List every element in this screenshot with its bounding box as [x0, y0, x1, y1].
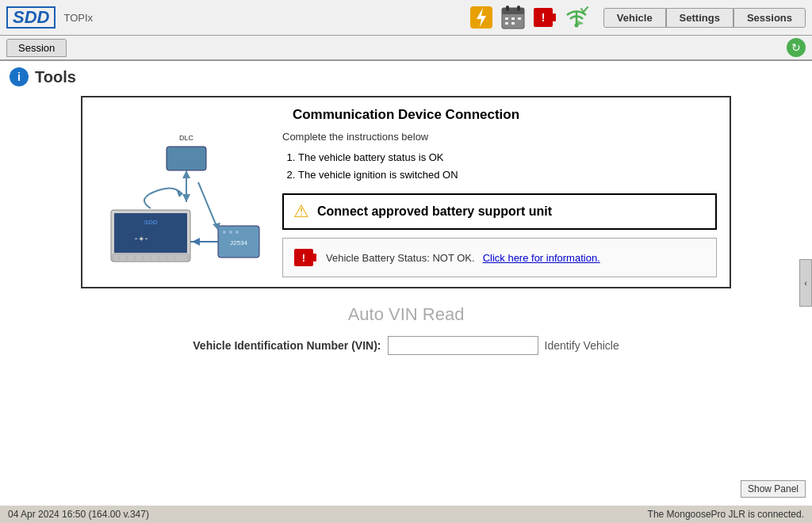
battery-alert-icon[interactable]: !	[530, 3, 559, 32]
header-icons: !	[467, 3, 591, 32]
svg-marker-32	[182, 194, 190, 202]
topix-label: TOPIx	[63, 12, 93, 24]
instruction-1: The vehicle battery status is OK	[298, 149, 717, 166]
svg-point-37	[236, 231, 239, 234]
device-connection-title: Communication Device Connection	[95, 107, 717, 123]
svg-rect-3	[502, 8, 524, 14]
svg-text:DLC: DLC	[179, 134, 194, 142]
svg-text:!: !	[541, 11, 545, 24]
svg-text:SDD: SDD	[144, 219, 158, 226]
vin-input[interactable]	[388, 336, 538, 355]
header: SDD TOPIx	[0, 0, 812, 36]
lightning-icon[interactable]	[467, 3, 496, 32]
refresh-icon[interactable]: ↻	[787, 38, 806, 57]
device-instructions: Complete the instructions below The vehi…	[282, 131, 717, 277]
status-left: 04 Apr 2024 16:50 (164.00 v.347)	[8, 509, 149, 520]
svg-rect-28	[167, 147, 206, 170]
svg-rect-10	[511, 22, 515, 25]
instruction-2: The vehicle ignition is switched ON	[298, 166, 717, 184]
svg-text:J2534: J2534	[230, 239, 247, 246]
battery-warning: ⚠ Connect approved battery support unit	[282, 193, 717, 230]
svg-rect-44	[313, 254, 316, 262]
vin-label: Vehicle Identification Number (VIN):	[193, 339, 381, 352]
wifi-connected-icon[interactable]	[562, 3, 591, 32]
svg-marker-41	[192, 238, 200, 246]
device-connection-body: SDD ⁃✦⁃ DLC	[95, 131, 717, 277]
device-connection-box: Communication Device Connection SDD	[81, 96, 731, 288]
svg-point-14	[574, 24, 578, 28]
svg-rect-9	[505, 22, 508, 25]
svg-rect-5	[517, 6, 520, 11]
battery-warning-text: Connect approved battery support unit	[317, 204, 552, 219]
svg-line-38	[198, 182, 218, 230]
complete-text: Complete the instructions below	[282, 131, 717, 143]
svg-rect-4	[506, 6, 509, 11]
instructions-list: The vehicle battery status is OK The veh…	[298, 149, 717, 184]
svg-text:!: !	[302, 252, 305, 264]
sdd-logo: SDD	[6, 6, 56, 29]
warning-triangle-icon: ⚠	[293, 201, 309, 222]
device-diagram: SDD ⁃✦⁃ DLC	[95, 131, 270, 273]
calendar-icon[interactable]	[499, 3, 527, 32]
tools-heading: i Tools	[10, 67, 802, 86]
tab-settings[interactable]: Settings	[666, 8, 733, 28]
tab-vehicle[interactable]: Vehicle	[603, 8, 666, 28]
identify-vehicle-button[interactable]: Identify Vehicle	[545, 339, 619, 352]
status-bar: 04 Apr 2024 16:50 (164.00 v.347) The Mon…	[0, 504, 812, 523]
nav-tabs: Vehicle Settings Sessions	[603, 8, 806, 28]
status-right: The MongoosePro JLR is connected.	[648, 509, 804, 520]
battery-red-status-icon: !	[293, 245, 318, 270]
svg-point-35	[223, 231, 226, 234]
info-icon: i	[10, 67, 29, 86]
session-bar: Session ↻	[0, 36, 812, 61]
svg-rect-6	[505, 17, 508, 20]
show-panel-button[interactable]: Show Panel	[741, 480, 806, 498]
svg-rect-8	[518, 17, 521, 20]
svg-rect-12	[553, 13, 556, 21]
battery-status-text: Vehicle Battery Status: NOT OK.	[326, 252, 475, 264]
tools-title: Tools	[35, 68, 76, 86]
side-scroll-arrow[interactable]: ‹	[799, 259, 812, 307]
session-tab[interactable]: Session	[6, 39, 67, 57]
vin-row: Vehicle Identification Number (VIN): Ide…	[10, 336, 802, 355]
auto-vin-title: Auto VIN Read	[10, 304, 802, 325]
battery-status-box: ! Vehicle Battery Status: NOT OK. Click …	[282, 238, 717, 277]
main-content: i Tools Communication Device Connection …	[0, 61, 812, 504]
header-left: SDD TOPIx	[6, 6, 93, 29]
svg-point-36	[229, 231, 232, 234]
svg-text:⁃✦⁃: ⁃✦⁃	[134, 235, 148, 243]
tab-sessions[interactable]: Sessions	[733, 8, 806, 28]
battery-status-link[interactable]: Click here for information.	[483, 252, 600, 264]
auto-vin-section: Auto VIN Read Vehicle Identification Num…	[10, 304, 802, 355]
svg-rect-7	[511, 17, 515, 20]
